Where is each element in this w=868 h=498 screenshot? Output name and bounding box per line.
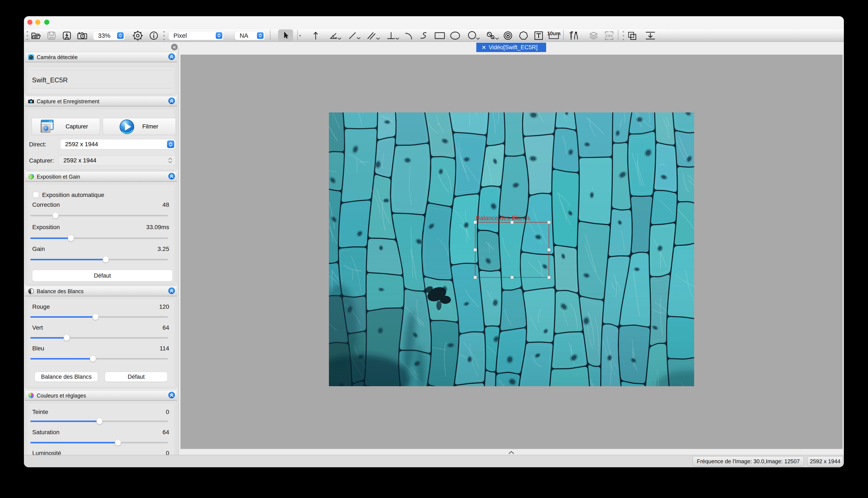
svg-text:CSV: CSV [605, 34, 613, 38]
svg-text:Balance des Blancs: Balance des Blancs [476, 215, 530, 222]
